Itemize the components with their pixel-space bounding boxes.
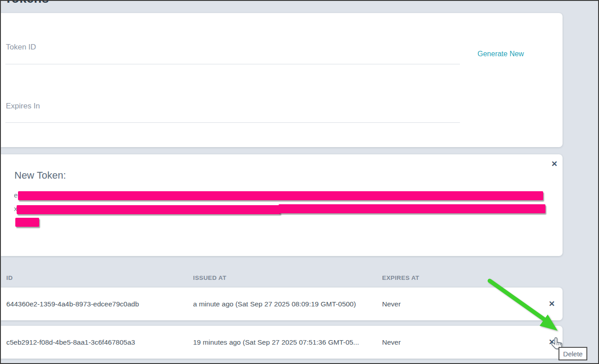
table-row: 644360e2-1359-4a4b-8973-edcee79c0adb a m… [1,288,563,320]
token-id-input[interactable] [5,51,460,64]
tokens-page: Tokens Token ID Generate New Expires In … [0,0,599,364]
token-id-cell: 644360e2-1359-4a4b-8973-edcee79c0adb [6,300,193,308]
page-title: Tokens [5,0,49,6]
generate-new-button[interactable]: Generate New [477,50,524,58]
column-header-issued-at: ISSUED AT [193,274,382,281]
token-text-line: e [14,191,18,201]
new-token-card: ✕ New Token: e x [1,154,563,256]
delete-tooltip-label: Delete [563,350,582,358]
expires-in-input[interactable] [5,109,460,123]
redaction-bar [15,218,39,227]
token-id-label: Token ID [6,43,36,52]
token-table-header: ID ISSUED AT EXPIRES AT [1,269,563,287]
token-form-card: Token ID Generate New Expires In [1,13,563,147]
redaction-bar [279,204,545,213]
redaction-bar [18,191,543,200]
delete-token-icon[interactable]: ✕ [548,299,556,309]
token-line-prefix: e [14,191,18,199]
expires-at-cell: Never [382,338,544,346]
issued-at-cell: 19 minutes ago (Sat Sep 27 2025 07:51:36… [193,338,382,346]
expires-at-cell: Never [382,300,544,308]
column-header-id: ID [6,274,193,281]
delete-token-icon[interactable]: ✕ [548,337,556,347]
issued-at-cell: a minute ago (Sat Sep 27 2025 08:09:19 G… [193,300,382,308]
new-token-heading: New Token: [14,170,66,181]
close-icon[interactable]: ✕ [550,159,558,169]
table-row: c5eb2912-f08d-4be5-8aa1-3c6f467805a3 19 … [1,326,563,359]
token-id-cell: c5eb2912-f08d-4be5-8aa1-3c6f467805a3 [6,338,193,346]
redaction-bar [17,205,280,214]
column-header-expires-at: EXPIRES AT [382,274,563,281]
token-text-line: x [14,205,18,214]
delete-tooltip: Delete [558,347,587,360]
